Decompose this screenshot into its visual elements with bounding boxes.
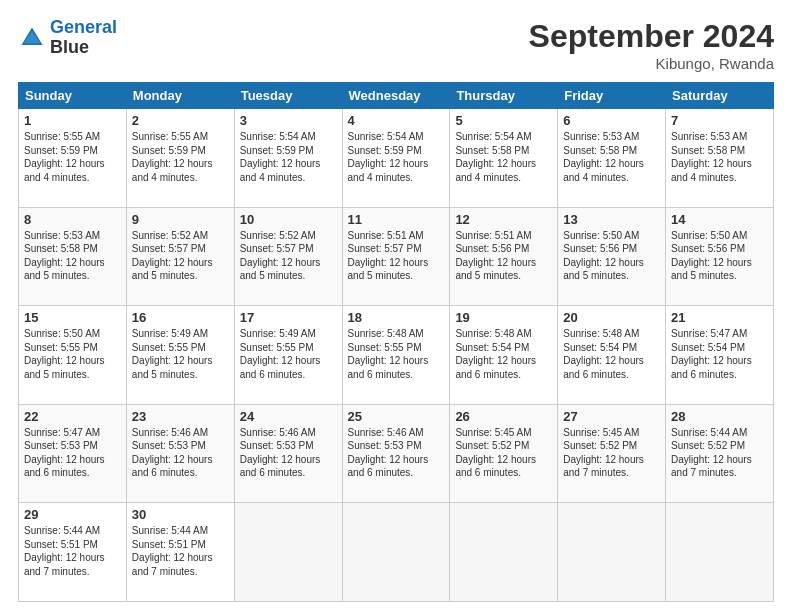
table-row: 17 Sunrise: 5:49 AM Sunset: 5:55 PM Dayl… (234, 306, 342, 405)
day-number: 11 (348, 212, 445, 227)
col-sunday: Sunday (19, 83, 127, 109)
day-info: Sunrise: 5:45 AM Sunset: 5:52 PM Dayligh… (563, 426, 660, 480)
col-saturday: Saturday (666, 83, 774, 109)
day-info: Sunrise: 5:46 AM Sunset: 5:53 PM Dayligh… (348, 426, 445, 480)
day-number: 21 (671, 310, 768, 325)
day-info: Sunrise: 5:46 AM Sunset: 5:53 PM Dayligh… (240, 426, 337, 480)
month-title: September 2024 (529, 18, 774, 55)
day-number: 10 (240, 212, 337, 227)
day-info: Sunrise: 5:47 AM Sunset: 5:54 PM Dayligh… (671, 327, 768, 381)
day-number: 29 (24, 507, 121, 522)
day-number: 30 (132, 507, 229, 522)
day-info: Sunrise: 5:48 AM Sunset: 5:54 PM Dayligh… (455, 327, 552, 381)
table-row: 19 Sunrise: 5:48 AM Sunset: 5:54 PM Dayl… (450, 306, 558, 405)
day-info: Sunrise: 5:50 AM Sunset: 5:55 PM Dayligh… (24, 327, 121, 381)
day-info: Sunrise: 5:53 AM Sunset: 5:58 PM Dayligh… (671, 130, 768, 184)
table-row (666, 503, 774, 602)
logo: General Blue (18, 18, 117, 58)
page: General Blue September 2024 Kibungo, Rwa… (0, 0, 792, 612)
table-row: 18 Sunrise: 5:48 AM Sunset: 5:55 PM Dayl… (342, 306, 450, 405)
day-info: Sunrise: 5:52 AM Sunset: 5:57 PM Dayligh… (240, 229, 337, 283)
day-info: Sunrise: 5:55 AM Sunset: 5:59 PM Dayligh… (132, 130, 229, 184)
day-info: Sunrise: 5:49 AM Sunset: 5:55 PM Dayligh… (240, 327, 337, 381)
day-info: Sunrise: 5:54 AM Sunset: 5:59 PM Dayligh… (240, 130, 337, 184)
day-info: Sunrise: 5:55 AM Sunset: 5:59 PM Dayligh… (24, 130, 121, 184)
day-number: 3 (240, 113, 337, 128)
table-row: 13 Sunrise: 5:50 AM Sunset: 5:56 PM Dayl… (558, 207, 666, 306)
table-row: 1 Sunrise: 5:55 AM Sunset: 5:59 PM Dayli… (19, 109, 127, 208)
day-info: Sunrise: 5:50 AM Sunset: 5:56 PM Dayligh… (671, 229, 768, 283)
col-monday: Monday (126, 83, 234, 109)
day-number: 12 (455, 212, 552, 227)
day-info: Sunrise: 5:45 AM Sunset: 5:52 PM Dayligh… (455, 426, 552, 480)
table-row: 27 Sunrise: 5:45 AM Sunset: 5:52 PM Dayl… (558, 404, 666, 503)
calendar-week-row: 22 Sunrise: 5:47 AM Sunset: 5:53 PM Dayl… (19, 404, 774, 503)
day-info: Sunrise: 5:52 AM Sunset: 5:57 PM Dayligh… (132, 229, 229, 283)
day-info: Sunrise: 5:50 AM Sunset: 5:56 PM Dayligh… (563, 229, 660, 283)
table-row: 6 Sunrise: 5:53 AM Sunset: 5:58 PM Dayli… (558, 109, 666, 208)
title-block: September 2024 Kibungo, Rwanda (529, 18, 774, 72)
day-number: 7 (671, 113, 768, 128)
day-number: 26 (455, 409, 552, 424)
day-info: Sunrise: 5:48 AM Sunset: 5:55 PM Dayligh… (348, 327, 445, 381)
table-row: 23 Sunrise: 5:46 AM Sunset: 5:53 PM Dayl… (126, 404, 234, 503)
day-info: Sunrise: 5:53 AM Sunset: 5:58 PM Dayligh… (563, 130, 660, 184)
day-number: 16 (132, 310, 229, 325)
table-row: 21 Sunrise: 5:47 AM Sunset: 5:54 PM Dayl… (666, 306, 774, 405)
day-number: 23 (132, 409, 229, 424)
table-row: 24 Sunrise: 5:46 AM Sunset: 5:53 PM Dayl… (234, 404, 342, 503)
day-info: Sunrise: 5:51 AM Sunset: 5:57 PM Dayligh… (348, 229, 445, 283)
day-number: 25 (348, 409, 445, 424)
table-row: 9 Sunrise: 5:52 AM Sunset: 5:57 PM Dayli… (126, 207, 234, 306)
day-info: Sunrise: 5:54 AM Sunset: 5:59 PM Dayligh… (348, 130, 445, 184)
table-row: 30 Sunrise: 5:44 AM Sunset: 5:51 PM Dayl… (126, 503, 234, 602)
col-thursday: Thursday (450, 83, 558, 109)
day-number: 22 (24, 409, 121, 424)
day-number: 14 (671, 212, 768, 227)
day-number: 4 (348, 113, 445, 128)
day-info: Sunrise: 5:44 AM Sunset: 5:51 PM Dayligh… (132, 524, 229, 578)
calendar-header-row: Sunday Monday Tuesday Wednesday Thursday… (19, 83, 774, 109)
calendar-week-row: 8 Sunrise: 5:53 AM Sunset: 5:58 PM Dayli… (19, 207, 774, 306)
table-row: 16 Sunrise: 5:49 AM Sunset: 5:55 PM Dayl… (126, 306, 234, 405)
day-number: 19 (455, 310, 552, 325)
table-row: 20 Sunrise: 5:48 AM Sunset: 5:54 PM Dayl… (558, 306, 666, 405)
table-row (342, 503, 450, 602)
col-friday: Friday (558, 83, 666, 109)
logo-icon (18, 24, 46, 52)
day-number: 1 (24, 113, 121, 128)
table-row: 2 Sunrise: 5:55 AM Sunset: 5:59 PM Dayli… (126, 109, 234, 208)
day-number: 13 (563, 212, 660, 227)
location-subtitle: Kibungo, Rwanda (529, 55, 774, 72)
table-row (450, 503, 558, 602)
day-info: Sunrise: 5:51 AM Sunset: 5:56 PM Dayligh… (455, 229, 552, 283)
table-row: 10 Sunrise: 5:52 AM Sunset: 5:57 PM Dayl… (234, 207, 342, 306)
day-number: 6 (563, 113, 660, 128)
day-number: 2 (132, 113, 229, 128)
day-info: Sunrise: 5:53 AM Sunset: 5:58 PM Dayligh… (24, 229, 121, 283)
table-row: 14 Sunrise: 5:50 AM Sunset: 5:56 PM Dayl… (666, 207, 774, 306)
table-row (234, 503, 342, 602)
logo-text: General Blue (50, 18, 117, 58)
table-row: 11 Sunrise: 5:51 AM Sunset: 5:57 PM Dayl… (342, 207, 450, 306)
table-row: 15 Sunrise: 5:50 AM Sunset: 5:55 PM Dayl… (19, 306, 127, 405)
day-number: 9 (132, 212, 229, 227)
calendar-week-row: 29 Sunrise: 5:44 AM Sunset: 5:51 PM Dayl… (19, 503, 774, 602)
day-info: Sunrise: 5:49 AM Sunset: 5:55 PM Dayligh… (132, 327, 229, 381)
table-row: 26 Sunrise: 5:45 AM Sunset: 5:52 PM Dayl… (450, 404, 558, 503)
day-info: Sunrise: 5:48 AM Sunset: 5:54 PM Dayligh… (563, 327, 660, 381)
day-number: 27 (563, 409, 660, 424)
table-row: 8 Sunrise: 5:53 AM Sunset: 5:58 PM Dayli… (19, 207, 127, 306)
header: General Blue September 2024 Kibungo, Rwa… (18, 18, 774, 72)
day-number: 15 (24, 310, 121, 325)
calendar-week-row: 1 Sunrise: 5:55 AM Sunset: 5:59 PM Dayli… (19, 109, 774, 208)
table-row: 5 Sunrise: 5:54 AM Sunset: 5:58 PM Dayli… (450, 109, 558, 208)
day-number: 24 (240, 409, 337, 424)
day-info: Sunrise: 5:47 AM Sunset: 5:53 PM Dayligh… (24, 426, 121, 480)
calendar-week-row: 15 Sunrise: 5:50 AM Sunset: 5:55 PM Dayl… (19, 306, 774, 405)
table-row: 22 Sunrise: 5:47 AM Sunset: 5:53 PM Dayl… (19, 404, 127, 503)
table-row: 12 Sunrise: 5:51 AM Sunset: 5:56 PM Dayl… (450, 207, 558, 306)
table-row: 4 Sunrise: 5:54 AM Sunset: 5:59 PM Dayli… (342, 109, 450, 208)
day-info: Sunrise: 5:44 AM Sunset: 5:52 PM Dayligh… (671, 426, 768, 480)
col-tuesday: Tuesday (234, 83, 342, 109)
